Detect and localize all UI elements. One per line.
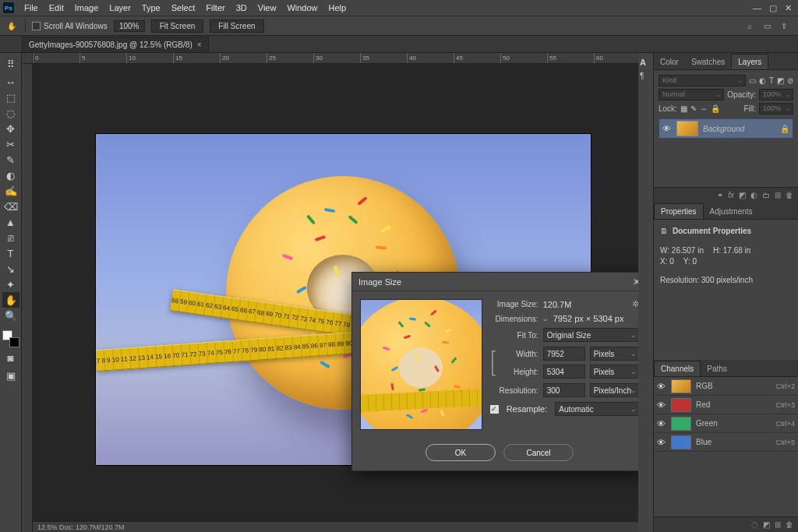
tool-button[interactable]: ✍ [2, 183, 19, 199]
chevron-down-icon[interactable]: ⌵ [543, 315, 547, 322]
tab-layers[interactable]: Layers [731, 54, 768, 69]
visibility-icon[interactable]: 👁 [657, 419, 666, 428]
tool-button[interactable]: ✂ [2, 136, 19, 152]
tool-button[interactable]: ✎ [2, 152, 19, 167]
channel-row[interactable]: 👁RGBCtrl+2 [654, 377, 798, 396]
close-tab-icon[interactable]: × [197, 41, 202, 49]
tool-button[interactable]: ⎚ [2, 230, 19, 245]
tab-swatches[interactable]: Swatches [685, 55, 731, 69]
resolution-input[interactable] [543, 383, 585, 397]
tab-properties[interactable]: Properties [654, 203, 704, 219]
lock-trans-icon[interactable]: ▦ [680, 104, 687, 113]
ruler-vertical[interactable] [22, 64, 33, 532]
blend-mode-select[interactable]: Normal⌵ [659, 89, 724, 100]
resolution-unit-select[interactable]: Pixels/Inch [590, 383, 639, 397]
menu-filter[interactable]: Filter [200, 0, 230, 16]
background-swatch[interactable] [9, 337, 19, 347]
filter-icon[interactable]: ▭ [749, 76, 756, 85]
tool-button[interactable]: ◐ [2, 167, 19, 183]
screenmode-icon[interactable]: ▣ [2, 368, 19, 383]
menu-type[interactable]: Type [136, 0, 166, 16]
fit-screen-button[interactable]: Fit Screen [151, 19, 204, 33]
tab-channels[interactable]: Channels [654, 361, 701, 376]
visibility-icon[interactable]: 👁 [657, 400, 666, 410]
cancel-button[interactable]: Cancel [503, 444, 574, 461]
resample-checkbox[interactable]: ✓ [490, 405, 499, 414]
lock-pos-icon[interactable]: ↔ [700, 104, 708, 113]
menu-view[interactable]: View [252, 0, 282, 16]
menu-file[interactable]: File [19, 0, 44, 16]
group-icon[interactable]: 🗀 [762, 191, 770, 199]
share-icon[interactable]: ⇪ [778, 19, 790, 32]
resample-select[interactable]: Automatic [555, 402, 639, 416]
tool-button[interactable]: ▲ [2, 214, 19, 230]
menu-edit[interactable]: Edit [44, 0, 69, 16]
tool-button[interactable]: ↔ [2, 74, 19, 90]
tool-button[interactable]: 🔍 [2, 308, 19, 323]
tool-button[interactable]: ✋ [2, 292, 19, 308]
close-button[interactable]: ✕ [785, 3, 792, 13]
menu-3d[interactable]: 3D [231, 0, 252, 16]
opacity-field[interactable]: 100%⌵ [759, 89, 793, 100]
visibility-icon[interactable]: 👁 [662, 124, 672, 133]
width-unit-select[interactable]: Pixels [590, 347, 639, 361]
dialog-titlebar[interactable]: Image Size ✕ [352, 273, 647, 291]
menu-layer[interactable]: Layer [104, 0, 136, 16]
maximize-button[interactable]: ▢ [769, 3, 777, 13]
fx-icon[interactable]: fx [728, 191, 734, 199]
menu-window[interactable]: Window [281, 0, 323, 16]
visibility-icon[interactable]: 👁 [657, 438, 666, 447]
filter-icon[interactable]: ◐ [759, 76, 766, 85]
link-icon[interactable]: ⎡⎣ [490, 347, 498, 379]
channel-row[interactable]: 👁GreenCtrl+4 [654, 414, 798, 433]
tab-color[interactable]: Color [654, 55, 685, 69]
width-input[interactable] [543, 347, 585, 361]
filter-icon[interactable]: ◩ [777, 76, 784, 85]
tool-button[interactable]: ⬚ [2, 90, 19, 105]
mask-icon[interactable]: ◩ [739, 191, 746, 199]
collapsed-panel-strip[interactable]: A ¶ [638, 53, 654, 532]
fit-to-select[interactable]: Original Size [543, 328, 639, 342]
adjust-icon[interactable]: ◐ [750, 191, 757, 199]
zoom-field[interactable]: 100% [114, 20, 145, 32]
menu-help[interactable]: Help [323, 0, 352, 16]
ok-button[interactable]: OK [425, 444, 496, 461]
filter-toggle[interactable]: ⊘ [787, 76, 793, 85]
channel-row[interactable]: 👁BlueCtrl+5 [654, 433, 798, 452]
search-icon[interactable]: ⌕ [743, 19, 756, 32]
fill-field[interactable]: 100%⌵ [759, 103, 793, 115]
minimize-button[interactable]: — [753, 3, 761, 13]
tab-adjustments[interactable]: Adjustments [704, 204, 759, 219]
new-layer-icon[interactable]: ⊞ [775, 191, 781, 199]
layer-kind-filter[interactable]: Kind⌵ [659, 75, 746, 86]
ruler-horizontal[interactable]: 051015202530354045505560657075808590 [33, 53, 653, 64]
save-selection-icon[interactable]: ◩ [763, 520, 770, 529]
channel-row[interactable]: 👁RedCtrl+3 [654, 396, 798, 414]
lock-pixels-icon[interactable]: ✎ [690, 104, 697, 113]
link-layers-icon[interactable]: ⚭ [717, 191, 723, 199]
tool-button[interactable]: ↘ [2, 261, 19, 277]
tool-button[interactable]: ⌫ [2, 199, 19, 214]
scroll-all-checkbox[interactable]: Scroll All Windows [32, 22, 108, 30]
load-selection-icon[interactable]: ◌ [751, 520, 758, 529]
trash-icon[interactable]: 🗑 [786, 520, 793, 529]
layer-thumbnail[interactable] [676, 121, 698, 136]
menu-image[interactable]: Image [69, 0, 104, 16]
tool-button[interactable]: T [2, 245, 19, 261]
filter-icon[interactable]: T [769, 76, 774, 85]
tool-button[interactable]: ✥ [2, 121, 19, 136]
workspace-icon[interactable]: ▭ [761, 19, 773, 32]
menu-select[interactable]: Select [166, 0, 201, 16]
quickmask-icon[interactable]: ◙ [2, 350, 19, 365]
fill-screen-button[interactable]: Fill Screen [210, 19, 263, 33]
visibility-icon[interactable]: 👁 [657, 382, 666, 391]
trash-icon[interactable]: 🗑 [786, 191, 793, 199]
tool-button[interactable]: ✦ [2, 277, 19, 292]
tab-paths[interactable]: Paths [701, 361, 733, 376]
new-channel-icon[interactable]: ⊞ [775, 520, 781, 529]
ruler-origin[interactable] [22, 53, 33, 64]
layer-row-background[interactable]: 👁 Background 🔒 [659, 118, 793, 139]
lock-all-icon[interactable]: 🔒 [711, 104, 720, 113]
height-unit-select[interactable]: Pixels [590, 365, 639, 379]
tool-button[interactable]: ◌ [2, 105, 19, 121]
